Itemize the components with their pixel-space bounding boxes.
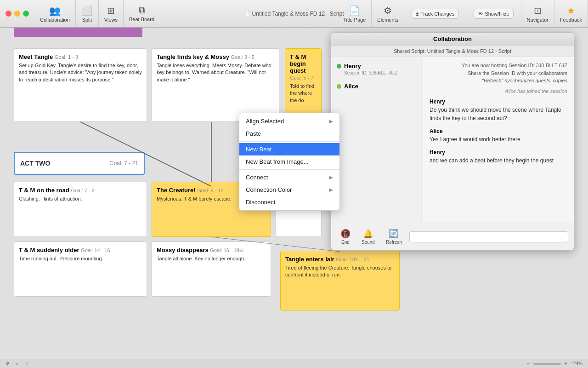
chat-input[interactable] [409,231,568,242]
menu-connection-color[interactable]: Connection Color ▶ [239,184,339,196]
zoom-level: 124% [571,361,582,366]
toolbar-views[interactable]: ⊞ Views [99,0,124,27]
menu-connect[interactable]: Connect ▶ [239,171,339,184]
beat-card-text: Tangle loses everything. Meets Mossy. De… [157,62,274,83]
window-controls [0,11,34,17]
beat-card-older[interactable]: T & M suddenly older Goal: 14 - 16 Time … [14,242,147,297]
context-menu: Align Selected ▶ Paste New Beat New Beat… [239,113,340,211]
chat-message-3: Henry and we can add a beat before they … [430,148,567,165]
toolbar-show-hide[interactable]: 👁 Show/Hide [466,0,521,27]
collab-hosting-info: You are now hosting Session ID: 3J8-BLLT… [430,62,567,85]
beat-card-meet-tangle[interactable]: Meet Tangle Goal: 1 - 3 Set up Gold Key.… [14,48,147,122]
split-label: Split [82,17,92,23]
act-goal: Goal: 7 - 21 [109,160,138,167]
beat-card-lair[interactable]: Tangle enters lair Goal: 18½ - 21 Tired … [280,251,400,310]
beat-card-title: T & M on the road Goal: 7 - 9 [19,187,142,194]
status-right: − + 124% [527,361,582,366]
beat-card-goal: Goal: 16 - 18½ [210,247,243,253]
title-page-icon: 📄 [349,5,360,16]
moon-icon: ☽ [24,361,28,366]
end-session-button[interactable]: 📵 End [337,227,354,247]
beatboard-label: Beat Board [129,17,154,22]
beatboard-icon: ⧉ [139,5,145,16]
elements-icon: ⚙ [384,5,392,16]
toolbar-elements[interactable]: ⚙ Elements [372,0,404,27]
beat-card-title: Tangle enters lair Goal: 18½ - 21 [285,256,395,263]
beat-card-text: Clashing. Hints of attraction. [19,196,142,202]
chat-message-2: Alice Yes I agree it would work better t… [430,127,567,144]
zoom-slider[interactable] [533,363,561,365]
beat-card-road[interactable]: T & M on the road Goal: 7 - 9 Clashing. … [14,182,147,237]
chat-author-1: Henry [430,98,567,106]
collab-right: You are now hosting Session ID: 3J8-BLLT… [423,57,574,223]
beat-card-title: Mossy disappears Goal: 16 - 18½ [157,247,266,253]
beat-card-title: Meet Tangle Goal: 1 - 3 [19,53,142,60]
user-dot-alice [337,84,341,89]
show-hide-btn[interactable]: 👁 Show/Hide [474,9,513,19]
beatboard[interactable]: Meet Tangle Goal: 1 - 3 Set up Gold Key.… [0,28,588,359]
toolbar-feedback[interactable]: ★ Feedback [554,0,588,27]
sound-button[interactable]: 🔔 Sound [358,227,379,247]
collaboration-panel: Collaboration Shared Script: Untitled Ta… [331,32,574,251]
titlebar: 👥 Collaboration ⬜ Split ⊞ Views ⧉ Beat B… [0,0,588,28]
navigator-icon: ⊡ [534,5,542,16]
beat-card-title: T & M suddenly older Goal: 14 - 16 [19,247,142,253]
track-changes-btn[interactable]: ± Track Changes [412,9,458,19]
chat-author-2: Alice [430,127,567,135]
user-name-alice: Alice [337,83,417,90]
align-arrow-icon: ▶ [329,119,333,124]
beat-card-goal: Goal: 9 - 12 [197,188,223,193]
collaboration-icon: 👥 [49,5,61,16]
sound-icon: 🔔 [363,229,373,239]
user-dot-henry [337,64,341,69]
title-page-label: Title Page [343,17,366,23]
beat-card-title: T & M begin quest Goal: 5 - 7 [290,53,317,81]
beat-card-goal: Goal: 7 - 9 [71,188,94,193]
chat-text-2: Yes I agree it would work better there. [430,135,567,144]
collab-user-henry: Henry Session ID: 3J8-BLLT-6JZ [337,63,417,75]
refresh-button[interactable]: 🔄 Refresh [382,227,406,247]
views-label: Views [104,17,118,23]
toolbar-beatboard[interactable]: ⧉ Beat Board [124,0,160,27]
beat-card-goal: Goal: 18½ - 21 [336,257,369,262]
beat-card-begin-quest[interactable]: T & M begin quest Goal: 5 - 7 Told to fi… [285,48,322,122]
toolbar-collaboration[interactable]: 👥 Collaboration [34,0,76,27]
menu-paste[interactable]: Paste [239,127,339,140]
user-name-henry: Henry [337,63,417,69]
toolbar-navigator[interactable]: ⊡ Navigator [521,0,554,27]
feedback-icon: ★ [567,5,575,16]
window-title: 📄 Untitled Tangle & Moss FD 12 - Script [244,11,344,17]
collab-body: Henry Session ID: 3J8-BLLT-6JZ Alice You… [331,57,574,223]
beat-card-tangle-finds-key[interactable]: Tangle finds key & Mossy Goal: 3 - 5 Tan… [152,48,279,122]
collaboration-label: Collaboration [40,17,70,23]
beat-card-text: Set up Gold Key. Tangle's desire to find… [19,62,142,83]
beat-card-mossy[interactable]: Mossy disappears Goal: 16 - 18½ Tangle a… [152,242,271,297]
menu-disconnect[interactable]: Disconnect [239,196,339,208]
maximize-button[interactable] [23,11,29,17]
menu-divider-2 [239,169,339,170]
chat-author-3: Henry [430,148,567,156]
end-icon: 📵 [340,229,351,239]
menu-align-selected[interactable]: Align Selected ▶ [239,115,339,127]
zoom-minus-icon[interactable]: − [527,361,530,366]
collab-footer: 📵 End 🔔 Sound 🔄 Refresh [331,223,574,250]
beat-card-text: Tangle all alone. Key no longer enough. [157,255,266,262]
menu-divider [239,141,339,142]
views-icon: ⊞ [107,5,115,16]
collab-user-alice: Alice [337,83,417,90]
menu-new-beat[interactable]: New Beat [239,143,339,155]
connection-color-arrow-icon: ▶ [329,187,333,192]
collab-users-list: Henry Session ID: 3J8-BLLT-6JZ Alice [331,57,423,223]
zoom-plus-icon[interactable]: + [565,361,567,366]
statusbar: 🎙 ○ ☽ − + 124% [0,359,588,368]
beat-card-goal: Goal: 14 - 16 [81,247,110,253]
chat-text-1: Do you think we should move the scene wh… [430,106,567,122]
close-button[interactable] [6,11,11,17]
minimize-button[interactable] [14,11,20,17]
toolbar-right: 📄 Title Page ⚙ Elements ± Track Changes … [338,0,588,27]
mic-icon: 🎙 [6,361,10,366]
menu-new-beat-image[interactable]: New Beat from Image... [239,155,339,168]
toolbar-split[interactable]: ⬜ Split [76,0,99,27]
toolbar-track-changes[interactable]: ± Track Changes [404,0,466,27]
session-id-henry: Session ID: 3J8-BLLT-6JZ [344,70,417,75]
